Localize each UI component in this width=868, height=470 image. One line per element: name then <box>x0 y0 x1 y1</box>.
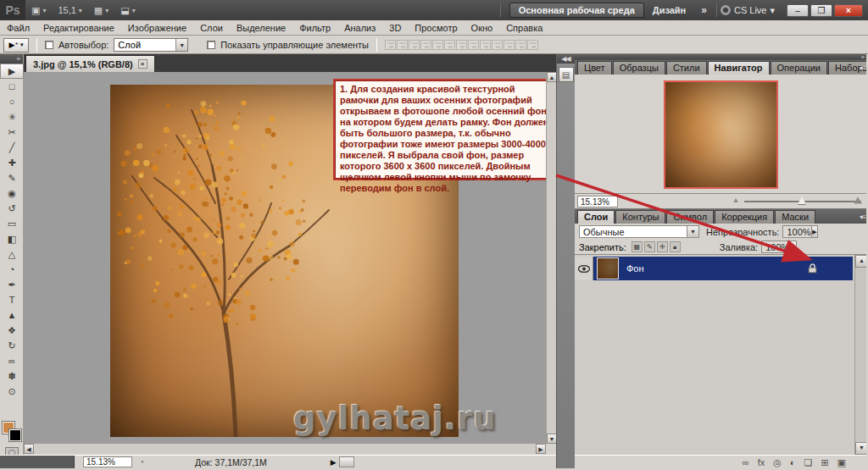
status-zoom-field[interactable]: 15.13% <box>83 456 132 467</box>
blur-tool[interactable]: △ <box>0 246 24 262</box>
align-icon[interactable] <box>504 40 515 50</box>
menu-item[interactable]: Редактирование <box>36 20 121 36</box>
expand-panels-button[interactable]: ◀◀ <box>557 54 575 64</box>
tab-styles[interactable]: Стили <box>666 61 707 75</box>
scroll-left-icon[interactable]: ◀ <box>24 444 34 454</box>
menu-item[interactable]: Выделение <box>230 20 292 36</box>
custom-shape-tool[interactable]: ❖ <box>0 323 24 338</box>
workspace-design-button[interactable]: Дизайн <box>644 3 694 17</box>
panel-menu-icon[interactable]: ▾≡ <box>860 213 865 221</box>
close-button[interactable]: × <box>834 4 863 17</box>
autoselect-checkbox[interactable] <box>45 41 53 49</box>
clone-stamp-tool[interactable]: ◉ <box>0 185 24 201</box>
blend-mode-dropdown[interactable]: Обычные ▼ <box>579 225 699 238</box>
status-menu-arrow-icon[interactable]: ▶ <box>331 458 337 467</box>
layer-row-background[interactable]: Фон <box>575 257 853 280</box>
menu-item[interactable]: Изображение <box>121 20 193 36</box>
lock-transparency-icon[interactable]: ▦ <box>632 241 643 252</box>
layer-lock-icon[interactable] <box>808 263 817 274</box>
add-layer-mask-icon[interactable]: ◎ <box>773 457 782 468</box>
autoselect-dropdown[interactable]: Слой ▼ <box>114 38 188 52</box>
layer-thumbnail[interactable] <box>597 257 619 279</box>
scroll-right-icon[interactable]: ▶ <box>536 444 546 454</box>
menu-item[interactable]: Анализ <box>337 20 382 36</box>
align-icon[interactable] <box>468 40 479 50</box>
move-tool[interactable]: ▶ <box>0 64 24 79</box>
zoom-in-icon[interactable] <box>854 196 861 203</box>
dodge-tool[interactable]: ◔ <box>0 262 24 277</box>
3d-orbit-tool[interactable]: ∞ <box>0 353 24 368</box>
tab-swatches[interactable]: Образцы <box>613 61 665 75</box>
hand-tool[interactable]: ✽ <box>0 368 24 384</box>
lock-pixels-icon[interactable]: ✎ <box>644 241 655 252</box>
adjustment-layer-icon[interactable]: ◐ <box>790 457 796 467</box>
tab-masks[interactable]: Маски <box>775 210 815 224</box>
mini-bridge-icon[interactable]: ▤ <box>559 67 574 82</box>
align-icon[interactable] <box>492 40 503 50</box>
rectangular-marquee-tool[interactable]: □ <box>0 79 24 94</box>
lock-all-icon[interactable]: 🔒︎ <box>670 241 681 252</box>
align-icon[interactable] <box>480 40 491 50</box>
layer-style-icon[interactable]: fx <box>758 457 765 467</box>
align-icon[interactable] <box>397 40 408 50</box>
tab-character[interactable]: Символ <box>666 210 714 224</box>
align-icon[interactable] <box>420 40 431 50</box>
align-icon[interactable] <box>385 40 396 50</box>
align-icon[interactable] <box>432 40 443 50</box>
tab-actions[interactable]: Операции <box>771 61 827 75</box>
background-color-swatch[interactable] <box>9 429 21 441</box>
document-tab[interactable]: 3.jpg @ 15,1% (RGB/8) × <box>25 55 155 72</box>
tab-paths[interactable]: Контуры <box>615 210 665 224</box>
align-icon[interactable] <box>409 40 420 50</box>
zoom-level-control[interactable]: 15,1▾ <box>52 0 87 20</box>
history-brush-tool[interactable]: ↺ <box>0 201 24 216</box>
menu-item[interactable]: 3D <box>382 20 408 36</box>
3d-rotate-tool[interactable]: ↻ <box>0 338 24 353</box>
menu-item[interactable]: Фильтр <box>292 20 337 36</box>
tab-layers[interactable]: Слои <box>577 210 615 224</box>
tab-adjustments[interactable]: Коррекция <box>715 210 774 224</box>
align-icon[interactable] <box>444 40 455 50</box>
tab-color[interactable]: Цвет <box>577 61 612 75</box>
type-tool[interactable]: T <box>0 292 24 307</box>
menu-item[interactable]: Справка <box>499 20 549 36</box>
brush-tool[interactable]: ✎ <box>0 170 24 185</box>
dock-collapse-button[interactable]: » <box>575 54 868 60</box>
spinner-arrow-icon[interactable]: ▶ <box>789 241 796 252</box>
show-transform-controls-checkbox[interactable] <box>207 41 215 49</box>
panel-menu-icon[interactable]: ▾≡ <box>860 64 865 72</box>
screen-mode-button[interactable]: ⬓▾ <box>114 0 141 20</box>
menu-item[interactable]: Просмотр <box>408 20 464 36</box>
zoom-tool[interactable]: ⊙ <box>0 384 24 399</box>
align-icon[interactable] <box>527 40 538 50</box>
cs-live-button[interactable]: CS Live ▾ <box>721 5 775 16</box>
view-extras-button[interactable]: ▦▾ <box>88 0 114 20</box>
canvas-area[interactable]: gylhataj.ru 1. Для создания красивой тек… <box>24 72 546 443</box>
spinner-arrow-icon[interactable]: ▶ <box>811 226 818 237</box>
align-icon[interactable] <box>515 40 526 50</box>
eraser-tool[interactable]: ▭ <box>0 216 24 231</box>
gradient-tool[interactable]: ◧ <box>0 231 24 246</box>
workspace-primary-button[interactable]: Основная рабочая среда <box>509 3 644 18</box>
restore-button[interactable]: ❐ <box>810 4 832 17</box>
minimize-button[interactable]: – <box>787 4 809 17</box>
navigator-zoom-field[interactable]: 15.13% <box>577 196 618 207</box>
slider-thumb[interactable] <box>798 196 806 204</box>
crop-tool[interactable]: ✂ <box>0 124 24 140</box>
zoom-out-icon[interactable] <box>733 198 738 202</box>
opacity-field[interactable]: 100% ▶ <box>782 225 818 238</box>
eyedropper-tool[interactable]: ╱ <box>0 140 24 155</box>
pen-tool[interactable]: ✒ <box>0 277 24 292</box>
layer-visibility-toggle[interactable] <box>575 257 593 280</box>
status-options-button[interactable] <box>339 456 354 467</box>
quick-selection-tool[interactable]: ✳ <box>0 109 24 124</box>
menu-item[interactable]: Окно <box>465 20 500 36</box>
tab-navigator[interactable]: Навигатор <box>708 61 770 75</box>
align-icon[interactable] <box>456 40 467 50</box>
new-group-icon[interactable]: ❏ <box>804 457 813 468</box>
workspace-more-button[interactable]: » <box>694 4 713 16</box>
menu-item[interactable]: Файл <box>0 20 36 36</box>
toolbox-collapse-button[interactable]: » <box>0 54 23 64</box>
spot-healing-brush-tool[interactable]: ✚ <box>0 155 24 170</box>
launch-bridge-button[interactable]: ▣▾ <box>25 0 52 20</box>
